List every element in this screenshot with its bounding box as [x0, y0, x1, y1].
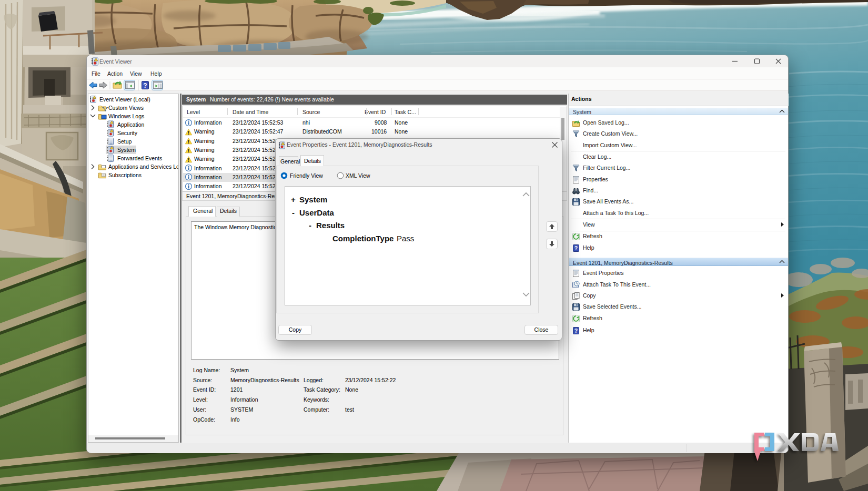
- svg-text:?: ?: [143, 82, 147, 89]
